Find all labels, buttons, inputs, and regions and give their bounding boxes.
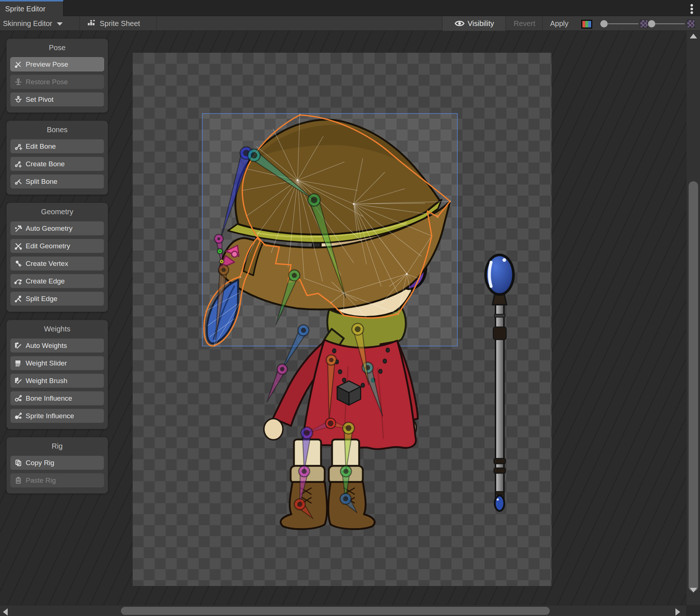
- edit-geometry-button[interactable]: Edit Geometry: [10, 239, 104, 253]
- split-edge-button[interactable]: Split Edge: [10, 292, 104, 306]
- button-label: Weight Brush: [26, 377, 67, 385]
- skinning-editor-dropdown[interactable]: Skinning Editor: [0, 16, 68, 31]
- joint-tail-joint-yellow[interactable]: [220, 259, 224, 264]
- button-label: Auto Weights: [26, 342, 67, 350]
- auto-weights-button[interactable]: Auto Weights: [10, 338, 104, 353]
- split-edge-icon: [14, 295, 22, 303]
- tool-sidebar: Pose Preview Pose Restore Pose Set Pivot…: [6, 38, 108, 501]
- panel-title: Geometry: [7, 207, 108, 217]
- button-label: Paste Rig: [26, 476, 56, 485]
- visibility-button[interactable]: Visibility: [443, 16, 506, 31]
- weight-slider-button[interactable]: Weight Slider: [10, 356, 104, 370]
- split-bone-icon: [14, 178, 22, 186]
- staff-band: [493, 327, 506, 339]
- weight-slider-icon: [14, 359, 22, 367]
- vertical-scroll-thumb[interactable]: [689, 181, 698, 591]
- panel-bones: Bones Edit Bone Create Bone Split Bone: [6, 120, 108, 195]
- visibility-label: Visibility: [468, 19, 494, 28]
- restore-pose-icon: [14, 78, 22, 86]
- button-label: Auto Geometry: [26, 224, 73, 233]
- horizontal-scroll-thumb[interactable]: [121, 607, 550, 615]
- rgb-channels-swatch[interactable]: [581, 20, 592, 29]
- auto-weights-icon: [14, 342, 22, 350]
- panel-rig: Rig Copy Rig Paste Rig: [6, 437, 108, 494]
- skinning-editor-label: Skinning Editor: [3, 19, 52, 28]
- tab-label: Sprite Editor: [5, 5, 45, 13]
- copy-rig-button[interactable]: Copy Rig: [10, 456, 104, 470]
- create-edge-button[interactable]: Create Edge: [10, 274, 104, 288]
- button-label: Sprite Influence: [26, 412, 74, 420]
- apply-button[interactable]: Apply: [543, 16, 575, 31]
- opacity-slider-knob-1[interactable]: [600, 20, 608, 27]
- create-vertex-button[interactable]: Create Vertex: [10, 256, 104, 271]
- sprite-editor-window: Sprite Editor Skinning Editor Sprite She…: [0, 0, 700, 616]
- create-edge-icon: [14, 277, 22, 285]
- preview-pose-button[interactable]: Preview Pose: [10, 57, 104, 71]
- panel-title: Pose: [7, 42, 108, 53]
- weight-brush-icon: [14, 377, 22, 385]
- scrollbar-corner: [686, 605, 700, 616]
- split-bone-button[interactable]: Split Bone: [10, 174, 104, 189]
- cube-pendant: [337, 381, 361, 405]
- panel-title: Weights: [7, 324, 108, 334]
- sprite-sheet-label: Sprite Sheet: [100, 19, 140, 28]
- panel-title: Bones: [7, 125, 108, 135]
- sprite-influence-icon: [14, 412, 22, 420]
- sprite-sheet-icon: [87, 19, 96, 28]
- button-label: Edit Geometry: [26, 242, 70, 250]
- restore-pose-button[interactable]: Restore Pose: [10, 75, 104, 89]
- edit-bone-icon: [14, 142, 22, 151]
- edit-geometry-icon: [14, 242, 22, 250]
- auto-geometry-button[interactable]: Auto Geometry: [10, 221, 104, 235]
- editor-main-area: Pose Preview Pose Restore Pose Set Pivot…: [0, 31, 700, 616]
- set-pivot-button[interactable]: Set Pivot: [10, 92, 104, 107]
- create-bone-button[interactable]: Create Bone: [10, 157, 104, 171]
- edit-bone-button[interactable]: Edit Bone: [10, 139, 104, 153]
- tab-sprite-editor[interactable]: Sprite Editor: [0, 0, 63, 16]
- apply-label: Apply: [550, 19, 568, 28]
- panel-weights: Weights Auto Weights Weight Slider Weigh…: [6, 320, 108, 429]
- button-label: Split Edge: [26, 295, 58, 303]
- texture-opacity-icon[interactable]: [687, 20, 695, 28]
- vertical-scrollbar[interactable]: [686, 31, 700, 605]
- set-pivot-icon: [14, 96, 22, 104]
- kebab-menu-icon[interactable]: [690, 3, 693, 15]
- left-hand: [264, 419, 283, 440]
- scroll-right-arrow[interactable]: [675, 608, 680, 616]
- button-label: Restore Pose: [26, 78, 68, 86]
- bone-influence-button[interactable]: Bone Influence: [10, 391, 104, 405]
- create-vertex-icon: [14, 260, 22, 268]
- scroll-down-arrow[interactable]: [690, 588, 697, 593]
- button-label: Preview Pose: [26, 60, 68, 68]
- horizontal-scrollbar[interactable]: [0, 605, 686, 616]
- staff-gem: [495, 496, 504, 511]
- chevron-down-icon: [57, 22, 63, 26]
- button-label: Create Vertex: [26, 260, 68, 268]
- bone-influence-icon: [14, 394, 22, 402]
- button-label: Create Edge: [26, 277, 65, 285]
- tab-bar: Sprite Editor: [0, 0, 700, 16]
- button-label: Bone Influence: [26, 394, 72, 402]
- paste-rig-button[interactable]: Paste Rig: [10, 473, 104, 487]
- button-label: Edit Bone: [26, 142, 56, 151]
- revert-button[interactable]: Revert: [506, 16, 543, 31]
- create-bone-icon: [14, 160, 22, 168]
- sprite-canvas[interactable]: [133, 53, 552, 586]
- eye-icon: [454, 19, 465, 27]
- scroll-up-arrow[interactable]: [690, 34, 697, 38]
- sprite-influence-button[interactable]: Sprite Influence: [10, 409, 104, 423]
- panel-title: Rig: [7, 441, 108, 451]
- scroll-left-arrow[interactable]: [3, 608, 8, 616]
- copy-rig-icon: [14, 459, 22, 467]
- button-label: Split Bone: [26, 178, 58, 186]
- sprite-sheet-button[interactable]: Sprite Sheet: [80, 16, 147, 31]
- toolbar: Skinning Editor Sprite Sheet: [0, 16, 700, 31]
- sprite-opacity-icon[interactable]: [640, 20, 648, 28]
- button-label: Set Pivot: [26, 96, 54, 104]
- opacity-slider-knob-2[interactable]: [648, 20, 655, 27]
- button-label: Weight Slider: [26, 359, 67, 367]
- weight-brush-button[interactable]: Weight Brush: [10, 374, 104, 388]
- joint-tail-joint-green[interactable]: [217, 249, 222, 254]
- joint-hip-root[interactable]: [325, 418, 336, 428]
- button-label: Copy Rig: [26, 459, 54, 467]
